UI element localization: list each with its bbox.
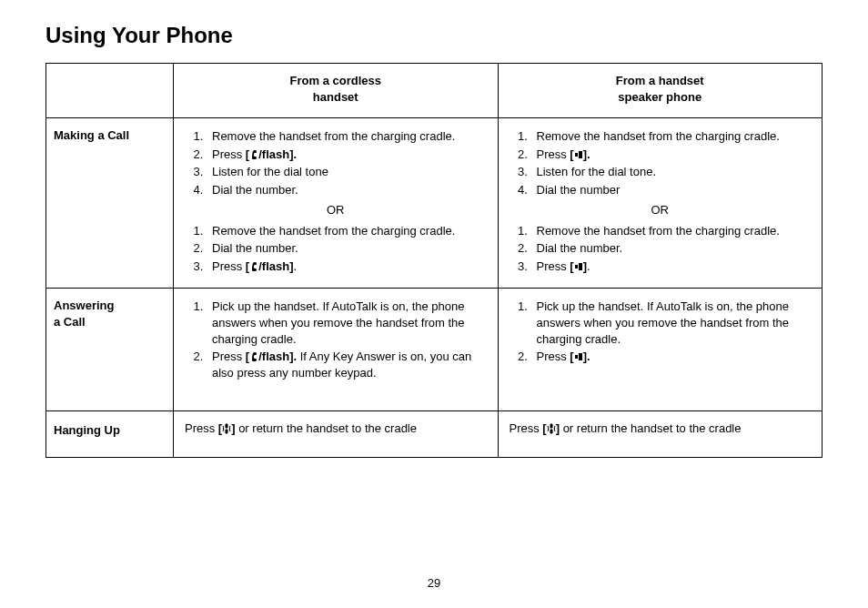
end-icon	[222, 423, 231, 434]
phone-icon	[249, 351, 258, 362]
cell-answering-speaker: Pick up the handset. If AutoTalk is on, …	[498, 289, 823, 411]
text-line: Press [] or return the handset to the cr…	[185, 419, 487, 439]
step: Dial the number	[531, 181, 812, 199]
text: Press	[537, 259, 570, 273]
key-label: [/flash]	[246, 259, 294, 273]
header-speaker: From a handset speaker phone	[498, 64, 823, 118]
key-label: [].	[570, 147, 590, 161]
steps-list: Remove the handset from the charging cra…	[510, 222, 812, 276]
key-label: [/flash].	[246, 350, 297, 363]
text: .	[293, 259, 297, 273]
text: or return the handset to the cradle	[236, 421, 417, 435]
step: Pick up the handset. If AutoTalk is on, …	[531, 298, 812, 348]
row-answering-call: Answering a Call Pick up the handset. If…	[46, 289, 823, 411]
step: Remove the handset from the charging cra…	[207, 127, 487, 146]
header-line: handset	[313, 90, 358, 104]
text: Press	[537, 350, 570, 363]
step: Press [].	[531, 258, 812, 276]
text: Press	[212, 259, 246, 273]
cell-hanging-speaker: Press [] or return the handset to the cr…	[498, 411, 823, 458]
step: Remove the handset from the charging cra…	[207, 222, 487, 240]
step: Remove the handset from the charging cra…	[531, 127, 812, 146]
page-number: 29	[45, 576, 823, 590]
header-row: From a cordless handset From a handset s…	[46, 64, 823, 118]
text: or return the handset to the cradle	[560, 421, 741, 435]
header-line: From a cordless	[290, 74, 381, 87]
speaker-icon	[574, 351, 583, 362]
text: Press	[212, 147, 246, 161]
step: Dial the number.	[207, 239, 487, 258]
or-divider: OR	[185, 200, 487, 220]
row-label-making: Making a Call	[46, 118, 174, 289]
step: Press [/flash]. If Any Key Answer is on,…	[207, 348, 487, 381]
step: Press [].	[531, 348, 812, 366]
key-label: [].	[570, 350, 590, 363]
page-title: Using Your Phone	[45, 23, 823, 48]
step: Press [].	[531, 146, 812, 164]
row-label-hanging: Hanging Up	[46, 411, 174, 458]
step: Listen for the dial tone	[207, 163, 487, 181]
row-label-answering: Answering a Call	[46, 289, 174, 411]
cell-hanging-cordless: Press [] or return the handset to the cr…	[174, 411, 499, 458]
key-label: []	[570, 259, 587, 273]
step: Dial the number.	[207, 181, 487, 199]
step: Remove the handset from the charging cra…	[531, 222, 812, 240]
row-hanging-up: Hanging Up Press [] or return the handse…	[46, 411, 823, 458]
speaker-icon	[574, 149, 583, 160]
text: Press	[185, 421, 218, 435]
steps-list: Remove the handset from the charging cra…	[510, 127, 812, 198]
header-cordless: From a cordless handset	[174, 64, 499, 118]
key-label: []	[542, 421, 560, 435]
cell-making-cordless: Remove the handset from the charging cra…	[174, 118, 499, 289]
key-label: [/flash].	[246, 147, 297, 161]
end-icon	[547, 423, 556, 434]
header-line: From a handset	[616, 74, 704, 87]
text: .	[587, 259, 590, 273]
row-making-call: Making a Call Remove the handset from th…	[46, 118, 823, 289]
text: Press	[212, 350, 246, 363]
step: Listen for the dial tone.	[531, 163, 812, 181]
cell-making-speaker: Remove the handset from the charging cra…	[498, 118, 823, 289]
step: Pick up the handset. If AutoTalk is on, …	[207, 298, 487, 348]
header-line: speaker phone	[618, 90, 701, 104]
steps-list: Pick up the handset. If AutoTalk is on, …	[510, 298, 812, 365]
text: Press	[537, 147, 570, 161]
or-divider: OR	[510, 200, 812, 220]
step: Press [/flash].	[207, 258, 487, 276]
phone-icon	[249, 149, 258, 160]
header-empty	[46, 64, 174, 118]
speaker-icon	[574, 261, 583, 272]
key-label: []	[218, 421, 236, 435]
step: Dial the number.	[531, 239, 812, 258]
steps-list: Remove the handset from the charging cra…	[185, 127, 487, 198]
step: Press [/flash].	[207, 146, 487, 164]
steps-list: Remove the handset from the charging cra…	[185, 222, 487, 276]
steps-list: Pick up the handset. If AutoTalk is on, …	[185, 298, 487, 381]
text-line: Press [] or return the handset to the cr…	[510, 419, 812, 439]
phone-icon	[249, 261, 258, 272]
instruction-table: From a cordless handset From a handset s…	[45, 63, 823, 458]
cell-answering-cordless: Pick up the handset. If AutoTalk is on, …	[174, 289, 499, 411]
text: Press	[510, 421, 543, 435]
page: Using Your Phone From a cordless handset…	[0, 0, 868, 608]
